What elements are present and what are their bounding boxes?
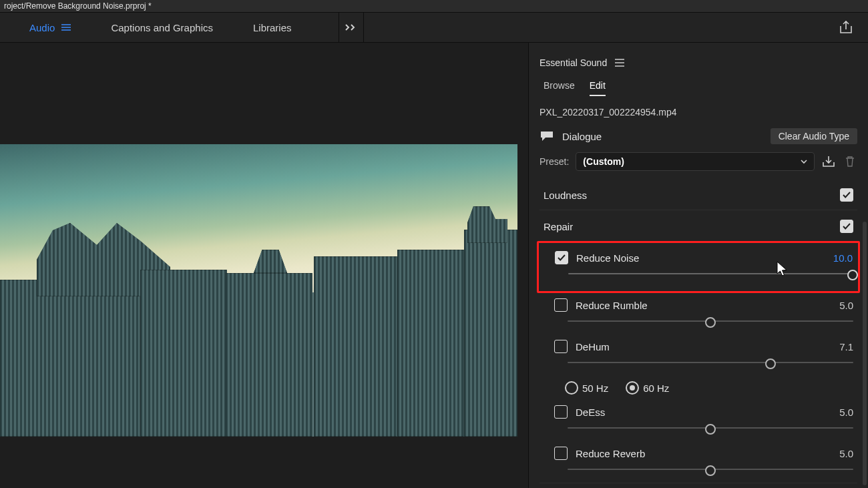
param-reduce-rumble: Reduce Rumble 5.0: [539, 293, 857, 313]
program-monitor: [0, 43, 529, 488]
workspace-overflow-button[interactable]: [339, 13, 364, 42]
panel-tab-edit[interactable]: Edit: [590, 80, 606, 96]
workspace-tab-menu-icon[interactable]: [61, 24, 71, 31]
reduce-noise-value[interactable]: 10.0: [833, 252, 853, 264]
param-label: Reduce Noise: [576, 252, 639, 264]
preset-value: (Custom): [583, 156, 624, 167]
section-label: Loudness: [544, 190, 587, 201]
dehum-50hz-label: 50 Hz: [582, 383, 608, 394]
section-repair[interactable]: Repair: [539, 210, 857, 241]
save-preset-icon[interactable]: [821, 154, 836, 169]
clip-filename: PXL_20220317_002224954.mp4: [529, 96, 868, 126]
param-label: DeEss: [576, 407, 605, 418]
panel-menu-icon[interactable]: [615, 59, 624, 67]
workspace-tab-libraries[interactable]: Libraries: [253, 22, 292, 33]
param-deess: DeEss 5.0: [539, 400, 857, 420]
chevron-down-icon: [801, 158, 807, 165]
preset-row: Preset: (Custom): [529, 151, 868, 176]
panel-tabs: Browse Edit: [529, 76, 868, 96]
reduce-rumble-slider[interactable]: [568, 316, 853, 326]
reduce-rumble-value[interactable]: 5.0: [839, 300, 853, 311]
workspace-tab-label: Libraries: [253, 22, 292, 33]
section-label: Repair: [544, 221, 573, 232]
panel-title: Essential Sound: [539, 57, 607, 68]
dehum-60hz-label: 60 Hz: [643, 383, 669, 394]
preset-dropdown[interactable]: (Custom): [576, 152, 815, 171]
deess-slider[interactable]: [568, 423, 853, 433]
deess-checkbox[interactable]: [554, 405, 568, 419]
dehum-checkbox[interactable]: [554, 340, 568, 353]
reduce-rumble-checkbox[interactable]: [554, 298, 568, 312]
section-clarity[interactable]: Clarity: [539, 483, 857, 488]
workspace-bar: Audio Captions and Graphics Libraries: [0, 13, 868, 43]
deess-value[interactable]: 5.0: [839, 407, 853, 418]
dialogue-icon: [539, 130, 554, 142]
panel-header: Essential Sound: [529, 43, 868, 76]
panel-tab-browse[interactable]: Browse: [544, 80, 575, 96]
video-frame: [0, 144, 517, 437]
main-split: Essential Sound Browse Edit PXL_20220317…: [0, 43, 868, 488]
workspace-tab-captions[interactable]: Captions and Graphics: [111, 22, 213, 33]
reduce-reverb-slider[interactable]: [568, 464, 853, 475]
reduce-reverb-value[interactable]: 5.0: [839, 448, 853, 459]
param-reduce-reverb: Reduce Reverb 5.0: [539, 441, 857, 461]
param-label: DeHum: [576, 341, 610, 352]
titlebar: roject/Remove Background Noise.prproj *: [0, 0, 868, 13]
loudness-checkbox[interactable]: [840, 188, 853, 202]
essential-sound-panel: Essential Sound Browse Edit PXL_20220317…: [529, 43, 868, 488]
clear-audio-type-button[interactable]: Clear Audio Type: [771, 128, 857, 144]
project-title: roject/Remove Background Noise.prproj *: [4, 1, 152, 11]
audio-type-row: Dialogue Clear Audio Type: [529, 126, 868, 151]
delete-preset-icon: [843, 154, 857, 169]
panel-scrollbar[interactable]: [863, 222, 867, 485]
workspace-tab-audio[interactable]: Audio: [29, 22, 71, 33]
dehum-slider[interactable]: [568, 357, 853, 368]
repair-checkbox[interactable]: [840, 220, 853, 233]
reduce-noise-slider[interactable]: [568, 268, 853, 279]
param-label: Reduce Reverb: [576, 448, 645, 459]
dehum-value[interactable]: 7.1: [839, 341, 853, 352]
reduce-noise-highlight: Reduce Noise 10.0: [537, 241, 860, 293]
param-label: Reduce Rumble: [576, 300, 648, 311]
dehum-hz-row: 50 Hz 60 Hz: [539, 376, 857, 400]
sections: Loudness Repair R: [529, 176, 868, 488]
export-button[interactable]: [839, 13, 853, 42]
section-loudness[interactable]: Loudness: [539, 179, 857, 210]
dehum-60hz-radio[interactable]: [626, 381, 639, 395]
reduce-noise-checkbox[interactable]: [555, 251, 568, 264]
dehum-50hz-radio[interactable]: [565, 381, 578, 395]
workspace-tab-label: Captions and Graphics: [111, 22, 213, 33]
reduce-reverb-checkbox[interactable]: [554, 447, 568, 460]
param-dehum: DeHum 7.1: [539, 334, 857, 354]
preset-label: Preset:: [539, 156, 569, 167]
audio-type-label: Dialogue: [562, 131, 602, 142]
param-reduce-noise: Reduce Noise 10.0: [540, 246, 857, 266]
workspace-tab-label: Audio: [29, 22, 55, 33]
